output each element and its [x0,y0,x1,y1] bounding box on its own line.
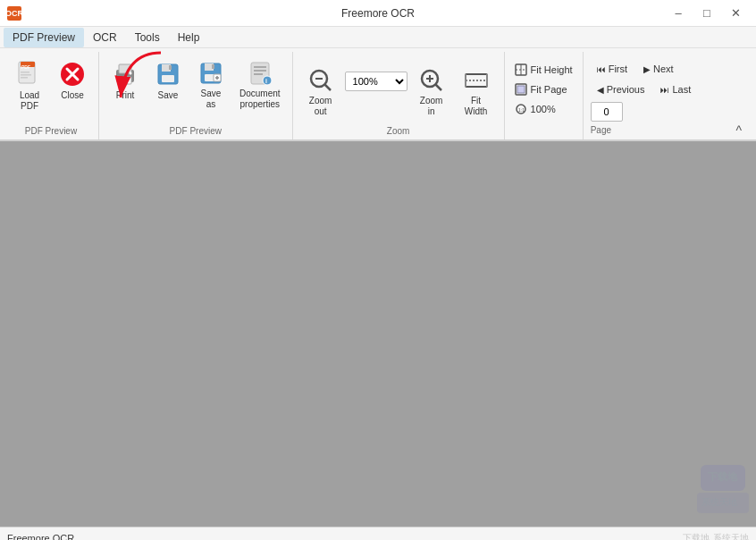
ribbon-group-zoom: Zoomout 100% 50% 75% 125% 150% 200% [293,52,505,139]
ribbon-buttons-print: Print Save [105,52,287,111]
save-as-icon [197,60,225,87]
last-label: Last [672,84,691,95]
fit-page-label: Fit Page [531,84,567,95]
group-label-fit [510,132,577,139]
watermark-text2: 系统天地 [713,532,749,541]
ribbon-group-load: PDF LoadPDF Close [4,52,99,139]
watermark: 下载地 系统天地 [683,532,749,541]
window-title: Freemore OCR [341,7,415,20]
menu-tools[interactable]: Tools [126,28,169,47]
zoom-in-icon [417,67,446,94]
previous-icon: ◀ [597,85,604,95]
zoom-out-icon [307,67,335,94]
fit-height-label: Fit Height [531,64,573,75]
svg-rect-3 [21,72,29,73]
save-as-label: Saveas [201,89,222,110]
svg-rect-29 [254,73,263,75]
window-controls: – □ ✕ [665,4,749,23]
svg-rect-22 [212,64,214,69]
save-label: Save [158,90,179,101]
zoom-100-icon: 1:1 [515,103,527,115]
page-nav-row2: ◀ Previous ⏭ Last [591,80,745,99]
close-button-ribbon[interactable]: Close [52,55,93,111]
ribbon-group-print: Print Save [99,52,293,139]
previous-button[interactable]: ◀ Previous [591,80,651,99]
menu-help[interactable]: Help [169,28,209,47]
zoom-100-button[interactable]: 1:1 100% [510,100,577,118]
group-label-page: Page [591,123,611,139]
svg-text:i: i [265,78,267,84]
page-number-input[interactable] [591,102,623,122]
svg-rect-13 [121,80,128,82]
svg-line-38 [435,84,441,90]
group-label-load: PDF Preview [9,124,93,139]
svg-rect-12 [121,79,130,80]
last-button[interactable]: ⏭ Last [654,80,697,99]
app-icon: OCR [7,6,21,21]
group-label-print: PDF Preview [105,124,287,139]
zoom-in-label: Zoomin [420,96,443,117]
save-as-button[interactable]: Saveas [190,55,231,111]
fit-width-label: FitWidth [465,96,488,117]
svg-rect-28 [254,70,266,72]
next-label: Next [653,63,674,74]
ribbon-group-page: ⏮ First ▶ Next ◀ Previous ⏭ Last [584,52,752,139]
zoom-select[interactable]: 100% 50% 75% 125% 150% 200% [345,72,407,91]
print-button[interactable]: Print [105,55,146,111]
watermark-text1: 下载地 [683,532,710,541]
fit-page-button[interactable]: Fit Page [510,80,577,98]
document-properties-label: Documentproperties [239,89,281,110]
load-pdf-icon: PDF [15,60,44,89]
previous-label: Previous [607,84,645,95]
fit-width-icon [462,67,491,94]
maximize-button[interactable]: □ [693,4,720,23]
svg-rect-47 [517,86,525,93]
zoom-in-button[interactable]: Zoomin [411,63,452,118]
menu-pdf-preview[interactable]: PDF Preview [4,28,84,47]
menu-bar: PDF Preview OCR Tools Help [0,27,756,48]
svg-point-30 [263,76,272,85]
first-button[interactable]: ⏮ First [591,59,634,79]
fit-page-icon [515,83,527,96]
ribbon-collapse-button[interactable]: ^ [732,122,745,139]
print-label: Print [116,90,135,101]
fit-height-button[interactable]: Fit Height [510,61,577,79]
document-properties-icon: i [246,60,274,87]
menu-ocr[interactable]: OCR [84,28,126,47]
fit-width-button[interactable]: FitWidth [456,63,497,118]
ribbon-buttons-load: PDF LoadPDF Close [9,52,93,111]
next-button[interactable]: ▶ Next [637,59,680,79]
svg-line-34 [324,84,331,90]
fit-options: Fit Height Fit Page 1:1 100% [510,55,577,118]
status-text: Freemore OCR [7,533,74,541]
main-content-area [0,141,756,527]
print-icon [111,60,139,89]
svg-point-14 [130,72,132,75]
svg-rect-17 [162,75,174,82]
fit-height-icon [515,63,527,76]
last-icon: ⏭ [660,85,669,95]
close-label: Close [61,90,84,101]
ribbon-group-fit: Fit Height Fit Page 1:1 100% [505,52,584,139]
ribbon-buttons-zoom: Zoomout 100% 50% 75% 125% 150% 200% [300,52,497,124]
first-label: First [609,63,627,74]
minimize-button[interactable]: – [665,4,692,23]
page-group-footer: Page ^ [591,122,745,139]
ribbon: PDF LoadPDF Close [0,48,756,141]
group-label-zoom: Zoom [300,124,497,139]
svg-rect-18 [169,65,172,70]
page-nav-area: ⏮ First ▶ Next ◀ Previous ⏭ Last [591,55,745,122]
svg-rect-27 [254,66,266,68]
close-button[interactable]: ✕ [722,4,749,23]
zoom-out-button[interactable]: Zoomout [300,63,341,118]
status-bar: Freemore OCR 下载地 系统天地 [0,527,756,540]
save-button[interactable]: Save [147,55,189,111]
svg-rect-4 [21,74,31,76]
load-pdf-button[interactable]: PDF LoadPDF [9,55,50,111]
svg-text:PDF: PDF [21,64,30,70]
page-input-row [591,100,745,122]
first-icon: ⏮ [597,64,606,74]
zoom-100-label: 100% [531,104,556,114]
document-properties-button[interactable]: i Documentproperties [233,55,287,111]
zoom-out-label: Zoomout [309,96,332,117]
